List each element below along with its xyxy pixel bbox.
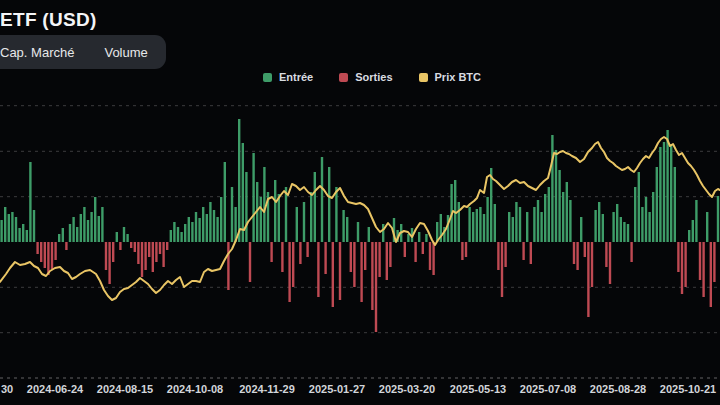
x-axis-label: 2025-01-27 — [309, 383, 365, 395]
x-axis-label: 2025-05-13 — [450, 383, 506, 395]
x-axis-label: 2024-06-24 — [27, 383, 83, 395]
btc-price-line — [0, 137, 720, 300]
x-axis-label: 2025-03-20 — [379, 383, 435, 395]
x-axis-label: 2025-08-28 — [590, 383, 646, 395]
x-axis-label: 2025-10-21 — [660, 383, 716, 395]
x-axis-label: 30 — [1, 383, 13, 395]
x-axis-label: 2024-11-29 — [239, 383, 295, 395]
x-axis: 302024-06-242024-08-152024-10-082024-11-… — [0, 383, 720, 399]
x-axis-label: 2024-10-08 — [167, 383, 223, 395]
x-axis-label: 2024-08-15 — [97, 383, 153, 395]
etf-flow-chart[interactable] — [0, 0, 720, 405]
gridlines — [0, 106, 720, 333]
etf-flow-chart-panel: ETF (USD) Cap. Marché Volume Entrée Sort… — [0, 0, 720, 405]
x-axis-label: 2025-07-08 — [520, 383, 576, 395]
